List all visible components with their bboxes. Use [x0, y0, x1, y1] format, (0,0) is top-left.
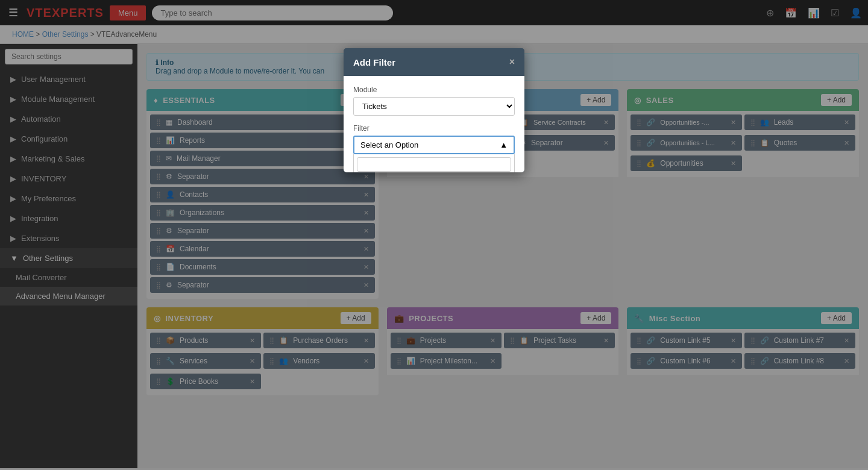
filter-dropdown-trigger[interactable]: Select an Option ▲	[353, 136, 515, 154]
filter-dropdown-list: 🔍 Select an Option All Open Tickets High…	[353, 154, 515, 172]
modal-close-button[interactable]: ×	[509, 57, 515, 67]
modal-body: Module Tickets Filter Select an Option ▲…	[344, 76, 524, 172]
modal-header: Add Filter ×	[344, 48, 524, 76]
dropdown-search-input[interactable]	[357, 157, 511, 172]
dropdown-search-wrapper: 🔍	[354, 154, 514, 172]
module-label-text: Module	[353, 86, 515, 94]
modal-title: Add Filter	[353, 57, 395, 67]
filter-selected-value: Select an Option	[360, 140, 418, 149]
add-filter-modal: Add Filter × Module Tickets Filter Selec…	[344, 48, 524, 172]
filter-label-text: Filter	[353, 124, 515, 133]
filter-form-group: Filter Select an Option ▲ 🔍 Select an Op…	[353, 124, 515, 154]
chevron-up-icon: ▲	[500, 140, 508, 149]
modal-overlay[interactable]: Add Filter × Module Tickets Filter Selec…	[0, 0, 868, 470]
module-select[interactable]: Tickets	[353, 97, 515, 116]
module-form-group: Module Tickets	[353, 86, 515, 116]
filter-dropdown-wrapper: Select an Option ▲ 🔍 Select an Option Al…	[353, 136, 515, 154]
